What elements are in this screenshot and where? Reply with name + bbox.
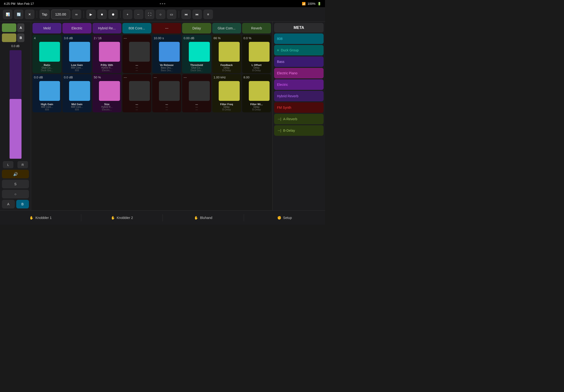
knob-sublabel: Delay xyxy=(223,67,230,69)
knob-sublabel2: Electric... xyxy=(102,69,112,72)
menu-button[interactable]: ≡ xyxy=(203,10,213,19)
cancel-button[interactable]: ✕ xyxy=(25,10,34,19)
channel-header-5[interactable]: Delay xyxy=(182,23,211,33)
knob-cell-knob-row-2-container-5[interactable]: ------------ xyxy=(182,74,211,112)
status-time: 4:25 PM xyxy=(4,2,15,5)
sync-button[interactable]: 🔄 xyxy=(14,10,23,19)
screen-button[interactable]: ▭ xyxy=(167,10,176,19)
play-button[interactable]: ▶ xyxy=(86,10,96,19)
loop-button[interactable]: ○ xyxy=(156,10,165,19)
rp-item-5[interactable]: Hybrid Reverb xyxy=(274,91,324,101)
add-button[interactable]: + xyxy=(123,10,132,19)
knob-sublabel: Delay xyxy=(254,67,260,69)
knob-label: Feedback xyxy=(220,64,233,67)
knob-cell-knob-row-1-container-1[interactable]: 3.6 dBLow Gain808 Core...808 xyxy=(62,35,91,73)
knob-cell-knob-row-2-container-3[interactable]: ------------ xyxy=(122,74,151,112)
knob-sublabel2: B-Delay xyxy=(252,69,261,72)
track-b-label[interactable]: B xyxy=(17,33,24,42)
right-channel-button[interactable]: R xyxy=(17,161,28,168)
rp-item-4[interactable]: Electric xyxy=(274,79,324,90)
status-left: 4:25 PM Mon Feb 17 xyxy=(4,2,34,5)
knob-label: Ratio xyxy=(44,64,50,67)
knob-cell-knob-row-1-container-6[interactable]: 66 %FeedbackDelayB-Delay xyxy=(212,35,241,73)
track-a-row: A xyxy=(2,23,29,32)
battery-icon: 🔋 xyxy=(317,2,321,5)
bottom-item-knobbler-2[interactable]: ✋Knobbler 2 xyxy=(81,216,162,220)
knob-cell-knob-row-2-container-1[interactable]: 0.0 dBMid Gain808 Core...808 xyxy=(62,74,91,112)
circle-button[interactable]: ○ xyxy=(2,190,29,198)
record-button[interactable]: ⏺ xyxy=(108,10,118,19)
rp-item-3[interactable]: Electric Piano xyxy=(274,68,324,78)
channel-header-6[interactable]: Glue Com... xyxy=(212,23,241,33)
knob-sublabel2: B-Delay xyxy=(222,108,231,111)
rp-item-2[interactable]: Bass xyxy=(274,56,324,67)
knob-label: Low Gain xyxy=(71,64,83,67)
knob-visual xyxy=(159,42,180,62)
bottom-item-knobbler-1[interactable]: ✋Knobbler 1 xyxy=(0,216,81,220)
knob-value: 0.0 % xyxy=(244,36,251,40)
right-panel: META 808≡Duck GroupBassElectric PianoEle… xyxy=(273,22,325,210)
channel-header-3[interactable]: 808 Core... xyxy=(122,23,151,33)
bottom-item-bluhand[interactable]: ✋Bluhand xyxy=(163,216,244,220)
solo-button[interactable]: S xyxy=(2,180,29,188)
rp-item-name: Bass xyxy=(277,60,284,64)
rp-item-7[interactable]: →|A-Reverb xyxy=(274,114,324,124)
rp-item-1[interactable]: ≡Duck Group xyxy=(274,45,324,56)
knob-row-1: 4RatioGlue Co...Duck Gro...3.6 dBLow Gai… xyxy=(32,35,271,73)
knob-cell-knob-row-1-container-2[interactable]: 2 / 16P.Dly 16thHybrid R...Electric... xyxy=(93,35,121,73)
knob-cell-knob-row-2-container-6[interactable]: 1.00 kHzFilter FreqDelayB-Delay xyxy=(212,74,241,112)
skip-fwd-button[interactable]: ⏭ xyxy=(193,10,202,19)
knob-sublabel: 808 Core... xyxy=(71,106,83,108)
channel-header-2[interactable]: Hybrid Re... xyxy=(93,23,121,33)
knob-cell-knob-row-1-container-4[interactable]: 10.00 sVe ReleaseBass Dru...Bass Dru... xyxy=(152,35,181,73)
separator-1 xyxy=(37,11,37,18)
rp-item-0[interactable]: 808 xyxy=(274,33,324,44)
bpm-input[interactable] xyxy=(51,10,70,19)
knob-visual xyxy=(99,81,120,101)
knob-value: 4 xyxy=(34,36,36,40)
left-channel-button[interactable]: L xyxy=(3,161,14,168)
b-scene-button[interactable]: B xyxy=(16,200,29,209)
knob-cell-knob-row-1-container-7[interactable]: 0.0 %L OffsetDelayB-Delay xyxy=(242,35,271,73)
speaker-button[interactable]: 🔊 xyxy=(2,170,29,178)
stats-button[interactable]: 📊 xyxy=(3,10,13,19)
knob-cell-knob-row-2-container-0[interactable]: 0.0 dBHigh Gain808 Core...808 xyxy=(32,74,61,112)
a-scene-button[interactable]: A xyxy=(2,200,15,209)
knob-sublabel: --- xyxy=(166,106,168,108)
channel-header-4[interactable]: --- xyxy=(152,23,181,33)
knob-cell-knob-row-2-container-4[interactable]: ------------ xyxy=(152,74,181,112)
channel-header-1[interactable]: Electric xyxy=(62,23,91,33)
knob-cell-knob-row-2-container-2[interactable]: 50 %SizeHybrid R...Electric... xyxy=(93,74,121,112)
track-b-color[interactable] xyxy=(2,33,16,42)
knob-visual xyxy=(39,42,60,62)
knob-visual xyxy=(129,81,150,101)
volume-fader[interactable] xyxy=(10,50,22,159)
tap-button[interactable]: Tap xyxy=(40,10,50,19)
knob-sublabel2: --- xyxy=(136,69,138,72)
bottom-label-3: Setup xyxy=(283,216,292,220)
channel-header-0[interactable]: Meld xyxy=(32,23,61,33)
rp-item-name: Hybrid Reverb xyxy=(277,94,298,98)
rp-item-8[interactable]: →|B-Delay xyxy=(274,125,324,136)
track-a-color[interactable] xyxy=(2,23,16,32)
knob-cell-knob-row-1-container-3[interactable]: ------------ xyxy=(122,35,151,73)
knob-sublabel2: --- xyxy=(136,108,138,111)
skip-back-button[interactable]: ⏮ xyxy=(181,10,191,19)
knob-value: 2 / 16 xyxy=(94,36,102,40)
track-a-label[interactable]: A xyxy=(17,23,24,32)
channel-header-7[interactable]: Reverb xyxy=(242,23,271,33)
undo-button[interactable]: ← xyxy=(134,10,143,19)
knob-cell-knob-row-1-container-5[interactable]: 0.00 dBThresholdGlue Co...Duck Gro... xyxy=(182,35,211,73)
expand-button[interactable]: ⛶ xyxy=(145,10,154,19)
knob-sublabel2: 808 xyxy=(45,108,49,111)
knob-cell-knob-row-1-container-0[interactable]: 4RatioGlue Co...Duck Gro... xyxy=(32,35,61,73)
bottom-item-setup[interactable]: ✊Setup xyxy=(244,216,325,220)
link-button[interactable]: ∞ xyxy=(72,10,81,19)
knob-sublabel: --- xyxy=(136,106,138,108)
rp-item-6[interactable]: FM Synth xyxy=(274,102,324,113)
status-bar: 4:25 PM Mon Feb 17 📶 100% 🔋 xyxy=(0,0,325,7)
rp-item-name: 808 xyxy=(277,37,282,41)
knob-sublabel2: Electric... xyxy=(102,108,112,111)
stop-button[interactable]: ■ xyxy=(97,10,107,19)
knob-cell-knob-row-2-container-7[interactable]: 8.00Filter Wi...DelayB-Delay xyxy=(242,74,271,112)
